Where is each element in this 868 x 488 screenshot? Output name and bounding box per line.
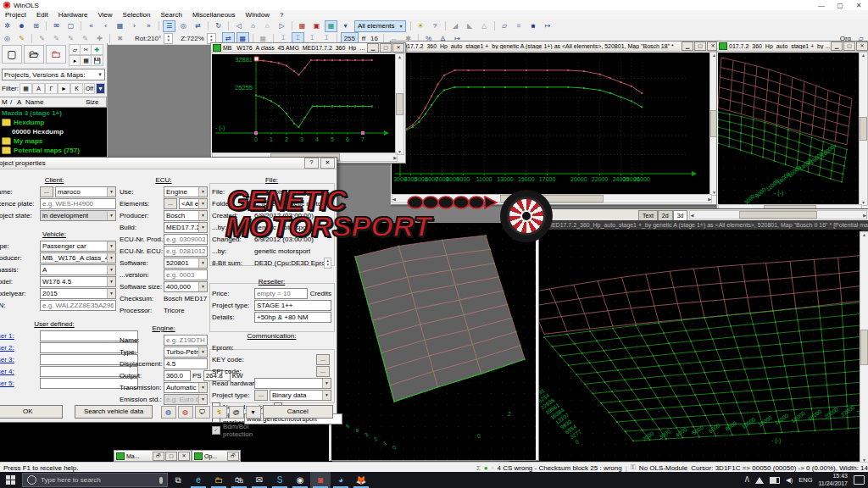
col-a[interactable]: A: [17, 98, 25, 106]
menu-miscellaneous[interactable]: Miscellaneous: [187, 11, 241, 19]
new-version-icon[interactable]: ▢: [2, 45, 22, 64]
compare-icon[interactable]: ⇄: [192, 20, 204, 32]
combo-use[interactable]: Engine▼: [164, 186, 208, 197]
tree-item-hexdump[interactable]: Hexdump: [0, 118, 107, 127]
browse-project-type[interactable]: ...: [254, 390, 268, 401]
language-indicator[interactable]: ENG: [798, 476, 812, 484]
zoom-value[interactable]: Z:722%: [178, 33, 207, 43]
vertical-scrollbar[interactable]: ▲▼: [395, 53, 404, 155]
map-3d-flip-icon[interactable]: ◣: [464, 20, 476, 32]
filter-all-icon[interactable]: ▦: [19, 83, 32, 94]
spinner-8-bit-sum[interactable]: ▴▾: [324, 258, 331, 269]
dialog-titlebar[interactable]: Project properties ? ✕: [0, 158, 337, 169]
close-button[interactable]: ✕: [849, 2, 868, 9]
grid-icon[interactable]: ⌗: [513, 20, 526, 32]
comment-icon[interactable]: 🗩: [195, 406, 210, 419]
combo-software-size[interactable]: 400,000▼: [164, 281, 208, 292]
menu-view[interactable]: View: [92, 11, 117, 19]
input-version[interactable]: [164, 269, 208, 280]
tree-view-icon[interactable]: ☰: [163, 20, 175, 32]
win-minimize-button[interactable]: ▁: [682, 42, 693, 51]
input-name[interactable]: [164, 335, 208, 346]
browse-elements[interactable]: ...: [164, 198, 177, 209]
map-window-2d-small[interactable]: MB _W176_A class_45 AMG_MED17.7.2_360_Hp…: [210, 42, 406, 164]
menu-search[interactable]: Search: [156, 11, 187, 19]
combo-producer[interactable]: Bosch▼: [164, 210, 208, 221]
link-user-5[interactable]: User 5:: [0, 380, 40, 387]
volume-icon[interactable]: ◀): [786, 476, 793, 484]
edge-icon[interactable]: e: [188, 472, 209, 488]
start-button[interactable]: [0, 472, 20, 488]
ok-button[interactable]: OK: [0, 405, 63, 419]
combo-producer[interactable]: MB _W176_A class_45 /▼: [40, 252, 116, 263]
col-name[interactable]: Name: [25, 98, 86, 106]
window-title[interactable]: ss_45 AMG_MED17.7.2_360_Hp_auto_stage1 +…: [509, 220, 868, 230]
pen-plus-icon[interactable]: ✎: [36, 32, 48, 44]
horizontal-scrollbar[interactable]: ◀▶: [689, 210, 867, 219]
next-version-icon[interactable]: ›: [128, 20, 141, 32]
home-icon[interactable]: ⌂: [247, 20, 259, 32]
torque-curve-chart[interactable]: 012345673288125255- (-): [212, 54, 396, 154]
gimp-icon[interactable]: 🦊: [351, 472, 371, 488]
input-displacement[interactable]: [164, 358, 208, 369]
link-user-4[interactable]: User 4:: [0, 368, 40, 375]
task-view-icon[interactable]: ⧉: [168, 472, 188, 488]
filter-play-icon[interactable]: ►: [58, 83, 70, 94]
file-explorer-icon[interactable]: 🗀: [209, 472, 229, 488]
last-version-icon[interactable]: »: [142, 20, 155, 32]
horizontal-scrollbar[interactable]: ◀▶: [392, 194, 712, 203]
view-tab-text[interactable]: Text: [638, 210, 658, 220]
link-user-3[interactable]: User 3:: [0, 356, 40, 363]
tree-item-00000-hexdump[interactable]: 00000 Hexdump: [0, 127, 107, 136]
preview-icon[interactable]: ◎: [177, 20, 190, 32]
pen-abs-icon[interactable]: ✎: [79, 32, 92, 44]
minimized-window-1[interactable]: Ma... 🗗▢✕: [114, 450, 192, 462]
web-red-icon[interactable]: ◍: [178, 406, 193, 419]
col-m[interactable]: M: [0, 98, 10, 106]
back-icon[interactable]: ◁: [232, 20, 245, 32]
prev-version-icon[interactable]: ‹: [99, 20, 112, 32]
menu-edit[interactable]: Edit: [31, 11, 53, 19]
combo-chassis[interactable]: A▼: [40, 264, 116, 275]
home-alt-icon[interactable]: ⌂: [261, 20, 274, 32]
lamp-icon[interactable]: ☀: [415, 20, 427, 32]
import-file-icon[interactable]: 🗀: [46, 45, 66, 64]
win-maximize-button[interactable]: ▢: [694, 42, 706, 51]
map-dropdown-icon[interactable]: ▾: [339, 20, 352, 32]
combo-name[interactable]: maroco▼: [55, 186, 116, 197]
combo-build[interactable]: MED17.7.2▼: [164, 222, 208, 233]
rotation-spinner[interactable]: ▴▾: [164, 33, 173, 44]
winols-taskbar-icon[interactable]: ◙: [310, 472, 331, 488]
input-vin[interactable]: [40, 300, 116, 311]
win-close-button[interactable]: ✕: [856, 42, 868, 51]
refresh-icon[interactable]: ↻: [212, 20, 225, 32]
map-window-2d-large-titlebar[interactable]: D17.7.2_360_Hp_auto_stage1 +_by genetic …: [391, 42, 720, 52]
insert-icon[interactable]: ✚: [93, 32, 106, 44]
combo-transmission[interactable]: Automatic transmiss▼: [164, 382, 208, 393]
map-green-icon[interactable]: ▦: [325, 20, 337, 32]
col-size[interactable]: Size: [86, 98, 106, 106]
browse-key-code[interactable]: ...: [316, 354, 330, 365]
mail-app-icon[interactable]: ✉: [249, 472, 270, 488]
map-window-3d-mid[interactable]: 654321020: [329, 222, 539, 461]
taskbar-search[interactable]: Type here to search: [22, 473, 168, 487]
forward-icon[interactable]: ▷: [275, 20, 288, 32]
minimized-window-2[interactable]: Op... 🗗: [192, 450, 241, 462]
tray-chevron-icon[interactable]: ᐱ: [745, 476, 749, 484]
map-3d-icon[interactable]: ◢: [449, 20, 462, 32]
combo-software[interactable]: 520801▼: [164, 258, 208, 269]
save-icon[interactable]: 💾: [91, 55, 103, 66]
copy-icon[interactable]: ▱: [498, 20, 511, 32]
input-project-type[interactable]: [254, 300, 331, 311]
combo-emission-std[interactable]: e.g. Euro 6▼: [164, 394, 208, 405]
edit-map-icon[interactable]: ✎: [15, 32, 28, 44]
surface-chart-small[interactable]: 26000250002400020000160001100080003000- …: [718, 53, 860, 205]
browse-spi-code[interactable]: ...: [316, 366, 330, 377]
selection-icon[interactable]: ■: [527, 20, 540, 32]
maximize-button[interactable]: ▢: [831, 2, 849, 9]
skype-icon[interactable]: S: [270, 472, 290, 488]
checksum-status[interactable]: 4 CS wrong - Checksum block 25 : wrong: [498, 464, 622, 472]
rpm-curve-chart[interactable]: 3000400050006000700080009000110001300015…: [392, 53, 704, 193]
dialog-help-button[interactable]: ?: [304, 158, 319, 169]
combo-modelyear[interactable]: 2015▼: [40, 288, 116, 299]
